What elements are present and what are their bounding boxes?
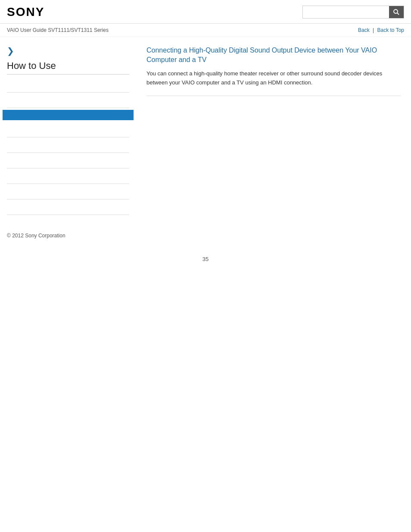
svg-line-1 xyxy=(397,13,399,15)
list-item[interactable] xyxy=(7,137,129,153)
search-button[interactable] xyxy=(389,6,404,18)
svg-point-0 xyxy=(394,9,398,13)
content-area: Connecting a High-Quality Digital Sound … xyxy=(136,37,411,224)
main-content: ❯ How to Use Connecting a High-Quality D… xyxy=(0,37,411,224)
article-title-link[interactable]: Connecting a High-Quality Digital Sound … xyxy=(146,46,401,65)
search-box xyxy=(302,6,404,19)
list-item[interactable] xyxy=(7,93,129,108)
subheader: VAIO User Guide SVT1111/SVT1311 Series B… xyxy=(0,24,411,37)
page-number: 35 xyxy=(0,247,411,271)
page-header: SONY xyxy=(0,0,411,24)
search-icon xyxy=(393,9,400,16)
sidebar-items-group xyxy=(7,77,129,215)
list-item[interactable] xyxy=(7,168,129,184)
copyright-text: © 2012 Sony Corporation xyxy=(7,233,65,239)
search-input[interactable] xyxy=(303,6,389,18)
sidebar-section-title: How to Use xyxy=(7,60,129,75)
list-item[interactable] xyxy=(7,122,129,137)
list-item[interactable] xyxy=(7,199,129,215)
page-footer: © 2012 Sony Corporation xyxy=(0,224,411,247)
list-item[interactable] xyxy=(7,184,129,199)
back-to-top-link[interactable]: Back to Top xyxy=(377,27,404,33)
sidebar-item-active[interactable] xyxy=(3,110,134,120)
sidebar: ❯ How to Use xyxy=(0,37,136,224)
article-description: You can connect a high-quality home thea… xyxy=(146,69,401,96)
sony-logo: SONY xyxy=(7,5,44,19)
list-item[interactable] xyxy=(7,77,129,93)
sidebar-arrow-icon: ❯ xyxy=(7,46,129,56)
back-link[interactable]: Back xyxy=(358,27,370,33)
list-item[interactable] xyxy=(7,153,129,168)
nav-separator: | xyxy=(373,27,374,33)
nav-links: Back | Back to Top xyxy=(358,27,404,33)
guide-title: VAIO User Guide SVT1111/SVT1311 Series xyxy=(7,27,109,33)
